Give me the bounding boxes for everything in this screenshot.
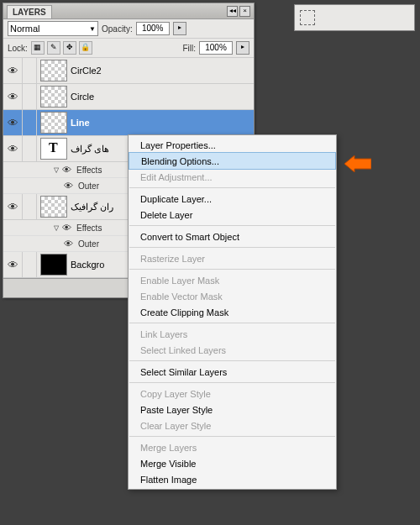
visibility-eye-icon[interactable]: 👁 — [62, 223, 71, 233]
lock-all-icon[interactable]: 🔒 — [79, 41, 92, 55]
link-slot — [23, 84, 37, 109]
visibility-eye-icon[interactable]: 👁 — [3, 252, 23, 277]
close-panel-icon[interactable]: × — [239, 6, 250, 17]
menu-item[interactable]: Blending Options... — [129, 152, 336, 170]
expand-icon[interactable]: ▽ — [54, 224, 59, 232]
blend-mode-select[interactable]: Normal▼ — [8, 21, 98, 36]
menu-separator — [129, 247, 335, 248]
lock-position-icon[interactable]: ✥ — [63, 41, 76, 55]
menu-item: Enable Layer Mask — [129, 272, 336, 288]
layer-name[interactable]: Line — [71, 118, 90, 128]
menu-item[interactable]: Merge Visible — [129, 455, 336, 471]
lock-label: Lock: — [8, 44, 28, 53]
link-slot — [23, 58, 37, 83]
layer-thumbnail[interactable] — [40, 112, 67, 134]
menu-separator — [129, 269, 335, 270]
visibility-eye-icon[interactable]: 👁 — [3, 194, 23, 219]
fill-input[interactable]: 100% — [199, 41, 233, 55]
layer-thumbnail[interactable] — [40, 86, 67, 108]
crop-tool-icon[interactable] — [300, 10, 315, 25]
menu-separator — [129, 323, 335, 323]
visibility-eye-icon[interactable]: 👁 — [64, 181, 73, 191]
menu-item: Merge Layers — [129, 439, 336, 455]
menu-separator — [129, 360, 335, 361]
menu-item[interactable]: Delete Layer — [129, 207, 336, 223]
menu-separator — [129, 382, 335, 383]
layer-name[interactable]: ران گرافیک — [71, 202, 113, 213]
visibility-eye-icon[interactable]: 👁 — [62, 165, 71, 175]
collapse-icon[interactable]: ◂◂ — [227, 6, 238, 17]
fill-flyout-icon[interactable]: ▸ — [236, 41, 249, 55]
menu-item: Copy Layer Style — [129, 386, 336, 402]
expand-icon[interactable]: ▽ — [54, 166, 59, 174]
menu-separator — [129, 436, 335, 437]
lock-pixels-icon[interactable]: ✎ — [47, 41, 60, 55]
menu-separator — [129, 187, 335, 188]
visibility-eye-icon[interactable]: 👁 — [3, 136, 23, 161]
menu-item: Edit Adjustment... — [129, 169, 336, 185]
layer-row[interactable]: 👁Line — [3, 110, 254, 136]
layer-thumbnail[interactable] — [40, 138, 67, 160]
menu-item[interactable]: Flatten Image — [129, 471, 336, 487]
menu-item: Clear Layer Style — [129, 417, 336, 433]
link-slot — [23, 110, 37, 135]
visibility-eye-icon[interactable]: 👁 — [3, 84, 23, 109]
opacity-input[interactable]: 100% — [136, 22, 170, 35]
menu-item[interactable]: Paste Layer Style — [129, 402, 336, 417]
layer-name[interactable]: CirCle2 — [71, 66, 102, 76]
callout-arrow-icon — [344, 155, 371, 172]
lock-row: Lock: ▦ ✎ ✥ 🔒 Fill: 100% ▸ — [3, 39, 254, 58]
menu-item[interactable]: Convert to Smart Object — [129, 228, 336, 244]
opacity-label: Opacity: — [102, 24, 133, 34]
menu-item[interactable]: Duplicate Layer... — [129, 191, 336, 207]
blend-row: Normal▼ Opacity: 100% ▸ — [3, 19, 254, 39]
layer-thumbnail[interactable] — [40, 196, 67, 218]
lock-transparent-icon[interactable]: ▦ — [31, 41, 45, 55]
link-slot — [23, 252, 37, 277]
visibility-eye-icon[interactable]: 👁 — [3, 58, 23, 83]
menu-separator — [129, 225, 335, 226]
layer-name[interactable]: Backgro — [71, 260, 104, 270]
layer-thumbnail[interactable] — [40, 60, 67, 81]
visibility-eye-icon[interactable]: 👁 — [3, 110, 23, 135]
opacity-flyout-icon[interactable]: ▸ — [173, 22, 186, 35]
layer-row[interactable]: 👁Circle — [3, 84, 254, 110]
tool-options-strip — [294, 4, 415, 31]
menu-item: Rasterize Layer — [129, 250, 336, 266]
menu-item: Link Layers — [129, 326, 336, 342]
menu-item[interactable]: Create Clipping Mask — [129, 304, 336, 320]
menu-item: Enable Vector Mask — [129, 288, 336, 304]
link-slot — [23, 194, 37, 219]
fill-label: Fill: — [182, 44, 196, 53]
layer-name[interactable]: های گراف — [71, 144, 109, 155]
panel-header[interactable]: LAYERS ◂◂ × — [3, 3, 254, 19]
layer-row[interactable]: 👁CirCle2 — [3, 58, 254, 84]
menu-item[interactable]: Layer Properties... — [129, 137, 336, 153]
layer-context-menu: Layer Properties...Blending Options...Ed… — [128, 134, 337, 490]
chevron-down-icon: ▼ — [89, 25, 96, 33]
menu-item[interactable]: Select Similar Layers — [129, 364, 336, 380]
link-slot — [23, 136, 37, 161]
layer-name[interactable]: Circle — [71, 92, 94, 102]
visibility-eye-icon[interactable]: 👁 — [64, 239, 73, 249]
layers-tab[interactable]: LAYERS — [7, 5, 52, 18]
layer-thumbnail[interactable] — [40, 254, 67, 276]
menu-item: Select Linked Layers — [129, 342, 336, 358]
